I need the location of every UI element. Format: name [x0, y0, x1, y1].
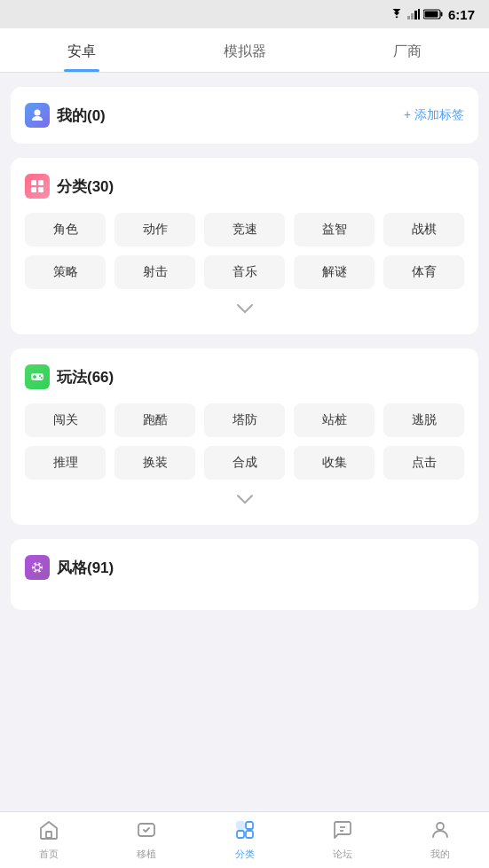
tag-mystery[interactable]: 解谜: [294, 255, 375, 289]
svg-rect-25: [46, 832, 51, 838]
nav-migrate-label: 移植: [137, 848, 156, 861]
gameplay-icon: [25, 364, 50, 389]
tag-racing[interactable]: 竞速: [204, 213, 285, 246]
svg-point-23: [32, 568, 35, 571]
gameplay-title: 玩法(66): [57, 367, 114, 387]
my-label: 我的(0): [57, 106, 106, 126]
nav-home[interactable]: 首页: [0, 812, 98, 868]
tag-click[interactable]: 点击: [383, 446, 464, 480]
palette-icon: [30, 560, 44, 575]
wifi-icon: [390, 9, 404, 20]
tag-clearance[interactable]: 闯关: [25, 403, 106, 437]
main-content: 我的(0) + 添加标签 分类(30) 角色 动作 竞速 益智: [0, 73, 489, 811]
add-tag-button[interactable]: + 添加标签: [404, 107, 464, 123]
tag-role[interactable]: 角色: [25, 213, 106, 246]
tag-collect[interactable]: 收集: [294, 446, 375, 480]
tag-escape[interactable]: 逃脱: [383, 403, 464, 437]
tag-puzzle[interactable]: 益智: [294, 213, 375, 246]
nav-forum-label: 论坛: [333, 848, 352, 861]
category-expand[interactable]: [25, 300, 464, 318]
nav-migrate[interactable]: 移植: [98, 812, 195, 868]
svg-point-33: [437, 823, 444, 830]
svg-rect-9: [38, 180, 43, 185]
svg-rect-1: [411, 13, 414, 20]
svg-point-21: [40, 568, 43, 571]
status-time: 6:17: [448, 7, 475, 22]
tag-action[interactable]: 动作: [114, 213, 195, 246]
style-icon: [25, 555, 50, 580]
grid-icon: [30, 179, 44, 193]
category-nav-icon: [234, 819, 256, 844]
category-card: 分类(30) 角色 动作 竞速 益智 战棋 策略 射击 音乐 解谜 体育: [11, 158, 478, 334]
style-header: 风格(91): [25, 555, 464, 580]
category-icon: [25, 174, 50, 199]
category-svg: [234, 819, 256, 841]
nav-home-label: 首页: [39, 848, 59, 861]
home-svg: [38, 819, 59, 841]
gameplay-tags: 闯关 跑酷 塔防 站桩 逃脱 推理 换装 合成 收集 点击: [25, 403, 464, 480]
nav-forum[interactable]: 论坛: [294, 812, 391, 868]
svg-rect-10: [31, 187, 36, 192]
forum-icon: [332, 819, 353, 844]
forum-svg: [332, 819, 353, 841]
nav-mine-label: 我的: [430, 848, 450, 861]
style-title: 风格(91): [57, 558, 114, 578]
svg-rect-0: [407, 16, 410, 20]
style-card: 风格(91): [11, 539, 478, 610]
tag-strategy[interactable]: 策略: [25, 255, 106, 289]
my-card: 我的(0) + 添加标签: [11, 87, 478, 144]
tag-synthesis[interactable]: 合成: [204, 446, 285, 480]
category-title: 分类(30): [57, 176, 114, 197]
tab-android[interactable]: 安卓: [0, 28, 163, 72]
gameplay-header: 玩法(66): [25, 364, 464, 389]
nav-category[interactable]: 分类: [195, 812, 293, 868]
my-title: 我的(0): [25, 103, 106, 128]
svg-rect-11: [38, 187, 43, 192]
category-tags: 角色 动作 竞速 益智 战棋 策略 射击 音乐 解谜 体育: [25, 213, 464, 289]
status-icons: [390, 9, 443, 20]
tag-dressup[interactable]: 换装: [114, 446, 195, 480]
mine-svg: [430, 819, 451, 841]
tab-header: 安卓 模拟器 厂商: [0, 28, 489, 73]
nav-mine[interactable]: 我的: [391, 812, 489, 868]
signal-icon: [407, 9, 420, 20]
chevron-down-icon: [236, 303, 254, 314]
tag-parkour[interactable]: 跑酷: [114, 403, 195, 437]
my-section: 我的(0) + 添加标签: [25, 103, 464, 128]
status-bar: 6:17: [0, 0, 489, 28]
tab-emulator[interactable]: 模拟器: [163, 28, 327, 72]
battery-icon: [423, 9, 443, 20]
home-icon: [38, 819, 59, 844]
svg-rect-5: [440, 12, 442, 17]
migrate-icon: [136, 819, 157, 844]
svg-point-22: [36, 571, 39, 574]
gameplay-card: 玩法(66) 闯关 跑酷 塔防 站桩 逃脱 推理 换装 合成 收集 点击: [11, 348, 478, 525]
gameplay-expand[interactable]: [25, 490, 464, 509]
category-header: 分类(30): [25, 174, 464, 199]
tag-chess[interactable]: 战棋: [383, 213, 464, 246]
svg-rect-28: [246, 822, 253, 829]
svg-point-24: [32, 564, 35, 567]
tag-reasoning[interactable]: 推理: [25, 446, 106, 480]
tag-sports[interactable]: 体育: [383, 255, 464, 289]
tag-stand[interactable]: 站桩: [294, 403, 375, 437]
svg-point-16: [41, 377, 43, 379]
svg-rect-27: [237, 822, 244, 829]
tag-music[interactable]: 音乐: [204, 255, 285, 289]
tag-tower-defense[interactable]: 塔防: [204, 403, 285, 437]
bottom-nav: 首页 移植 分类 论坛: [0, 811, 489, 868]
svg-point-15: [39, 375, 41, 377]
svg-rect-6: [424, 12, 438, 18]
svg-point-18: [35, 566, 40, 570]
svg-rect-14: [34, 375, 35, 379]
tab-vendor[interactable]: 厂商: [326, 28, 489, 72]
mine-icon: [430, 819, 451, 844]
svg-point-20: [40, 564, 43, 567]
svg-point-7: [35, 110, 41, 116]
my-icon: [25, 103, 50, 128]
svg-rect-29: [237, 831, 244, 838]
chevron-down-icon-2: [236, 494, 254, 504]
svg-rect-8: [31, 180, 36, 185]
tag-shooting[interactable]: 射击: [114, 255, 195, 289]
svg-rect-30: [246, 831, 253, 838]
